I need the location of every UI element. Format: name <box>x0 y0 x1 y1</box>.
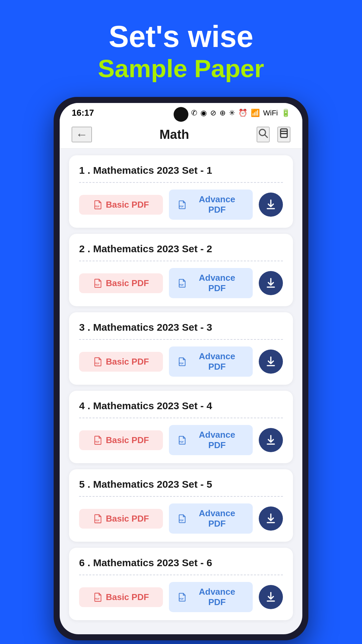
svg-text:PDF: PDF <box>95 205 100 208</box>
paper-title-3: 3 . Mathematics 2023 Set - 3 <box>79 322 283 333</box>
svg-text:PDF: PDF <box>179 284 183 286</box>
dnd-icon: ⊘ <box>210 109 216 117</box>
status-time: 16:17 <box>72 108 94 118</box>
svg-text:PDF: PDF <box>179 441 183 443</box>
pdf-icon-red-4: PDF <box>93 435 103 445</box>
download-button-1[interactable] <box>259 193 283 217</box>
header-title: Set's wise <box>98 20 264 53</box>
advance-pdf-button-3[interactable]: PDF Advance PDF <box>169 346 253 377</box>
advance-pdf-label-5: Advance PDF <box>190 508 244 529</box>
paper-card-1: 1 . Mathematics 2023 Set - 1 PDF Basic P… <box>69 155 293 228</box>
svg-text:PDF: PDF <box>95 519 100 522</box>
paper-actions-2: PDF Basic PDF PDF Advance PDF <box>79 268 283 298</box>
advance-pdf-button-5[interactable]: PDF Advance PDF <box>169 503 253 534</box>
nav-title: Math <box>160 127 189 142</box>
phone-inner: 16:17 ✆ ◉ ⊘ ⊕ ✳ ⏰ 📶 WiFi 🔋 ← Math <box>60 103 302 634</box>
paper-title-1: 1 . Mathematics 2023 Set - 1 <box>79 165 283 176</box>
advance-pdf-button-1[interactable]: PDF Advance PDF <box>169 190 253 220</box>
advance-pdf-button-2[interactable]: PDF Advance PDF <box>169 268 253 298</box>
bookmark-button[interactable] <box>278 127 290 142</box>
advance-pdf-label-4: Advance PDF <box>190 430 244 450</box>
basic-pdf-button-3[interactable]: PDF Basic PDF <box>79 352 163 372</box>
download-icon-2 <box>265 277 277 289</box>
nav-actions <box>257 127 290 142</box>
paper-actions-3: PDF Basic PDF PDF Advance PDF <box>79 346 283 377</box>
basic-pdf-label-5: Basic PDF <box>106 514 149 524</box>
divider-2 <box>79 261 283 261</box>
download-button-6[interactable] <box>259 585 283 609</box>
paper-card-6: 6 . Mathematics 2023 Set - 6 PDF Basic P… <box>69 548 293 620</box>
paper-card-5: 5 . Mathematics 2023 Set - 5 PDF Basic P… <box>69 469 293 542</box>
pdf-icon-red-6: PDF <box>93 592 103 602</box>
basic-pdf-button-4[interactable]: PDF Basic PDF <box>79 430 163 450</box>
download-icon-1 <box>265 199 277 211</box>
pdf-icon-blue-1: PDF <box>178 200 187 209</box>
signal-icon: 📶 <box>251 109 260 117</box>
download-button-5[interactable] <box>259 506 283 531</box>
camera-notch <box>174 107 188 122</box>
divider-6 <box>79 575 283 575</box>
svg-text:PDF: PDF <box>95 362 100 365</box>
paper-actions-1: PDF Basic PDF PDF Advance PDF <box>79 190 283 220</box>
advance-pdf-label-1: Advance PDF <box>190 194 244 215</box>
download-button-3[interactable] <box>259 350 283 374</box>
pdf-icon-red-2: PDF <box>93 278 103 288</box>
divider-3 <box>79 339 283 340</box>
advance-pdf-button-4[interactable]: PDF Advance PDF <box>169 425 253 455</box>
svg-text:PDF: PDF <box>179 205 183 208</box>
status-icons: ✆ ◉ ⊘ ⊕ ✳ ⏰ 📶 WiFi 🔋 <box>191 109 290 117</box>
pdf-icon-blue-5: PDF <box>178 514 187 523</box>
paper-title-5: 5 . Mathematics 2023 Set - 5 <box>79 479 283 490</box>
paper-title-2: 2 . Mathematics 2023 Set - 2 <box>79 243 283 255</box>
pdf-icon-red-1: PDF <box>93 200 103 209</box>
paper-card-3: 3 . Mathematics 2023 Set - 3 PDF Basic P… <box>69 312 293 385</box>
paper-card-4: 4 . Mathematics 2023 Set - 4 PDF Basic P… <box>69 391 293 463</box>
paper-actions-6: PDF Basic PDF PDF Advance PDF <box>79 582 283 612</box>
back-button[interactable]: ← <box>72 127 92 142</box>
download-icon-6 <box>265 591 277 603</box>
alarm-icon: ⏰ <box>238 109 247 117</box>
search-button[interactable] <box>257 127 269 142</box>
download-button-2[interactable] <box>259 271 283 295</box>
phone-wrapper: 16:17 ✆ ◉ ⊘ ⊕ ✳ ⏰ 📶 WiFi 🔋 ← Math <box>54 97 308 640</box>
basic-pdf-button-1[interactable]: PDF Basic PDF <box>79 195 163 215</box>
bluetooth-icon: ✳ <box>229 109 235 117</box>
basic-pdf-label-4: Basic PDF <box>106 435 149 445</box>
pdf-icon-blue-4: PDF <box>178 435 187 445</box>
basic-pdf-label-3: Basic PDF <box>106 357 149 367</box>
content-area[interactable]: 1 . Mathematics 2023 Set - 1 PDF Basic P… <box>60 149 302 634</box>
pdf-icon-red-5: PDF <box>93 514 103 523</box>
pdf-icon-blue-3: PDF <box>178 357 187 366</box>
wifi-icon: WiFi <box>263 109 278 117</box>
pdf-icon-blue-2: PDF <box>178 278 187 288</box>
divider-4 <box>79 418 283 418</box>
whatsapp-icon: ✆ <box>191 109 197 117</box>
svg-text:PDF: PDF <box>95 598 100 600</box>
svg-text:PDF: PDF <box>179 362 183 365</box>
download-icon-5 <box>265 513 277 525</box>
basic-pdf-label-6: Basic PDF <box>106 592 149 602</box>
svg-text:PDF: PDF <box>95 441 100 443</box>
svg-text:PDF: PDF <box>179 519 183 522</box>
svg-text:PDF: PDF <box>179 598 183 600</box>
location-icon: ⊕ <box>220 109 226 117</box>
divider-1 <box>79 182 283 183</box>
header-subtitle: Sample Paper <box>98 53 264 84</box>
basic-pdf-label-1: Basic PDF <box>106 200 149 210</box>
advance-pdf-button-6[interactable]: PDF Advance PDF <box>169 582 253 612</box>
advance-pdf-label-2: Advance PDF <box>190 273 244 293</box>
svg-line-1 <box>265 135 267 138</box>
advance-pdf-label-3: Advance PDF <box>190 351 244 372</box>
divider-5 <box>79 496 283 497</box>
basic-pdf-button-2[interactable]: PDF Basic PDF <box>79 273 163 293</box>
media-icon: ◉ <box>200 109 207 117</box>
pdf-icon-blue-6: PDF <box>178 592 187 602</box>
download-icon-4 <box>265 434 277 446</box>
advance-pdf-label-6: Advance PDF <box>190 587 244 607</box>
basic-pdf-button-5[interactable]: PDF Basic PDF <box>79 509 163 529</box>
top-nav: ← Math <box>60 121 302 149</box>
download-button-4[interactable] <box>259 428 283 452</box>
basic-pdf-button-6[interactable]: PDF Basic PDF <box>79 587 163 607</box>
battery-icon: 🔋 <box>281 109 290 117</box>
paper-actions-4: PDF Basic PDF PDF Advance PDF <box>79 425 283 455</box>
